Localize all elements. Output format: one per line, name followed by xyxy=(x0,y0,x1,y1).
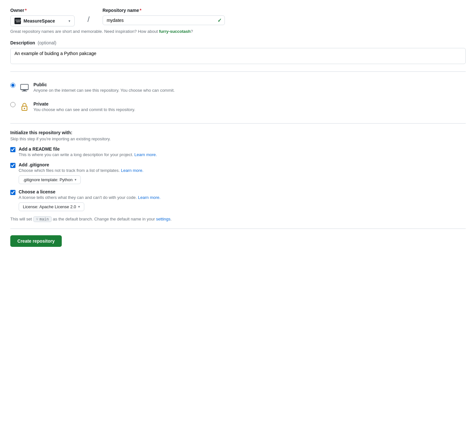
public-title: Public xyxy=(33,82,466,87)
private-icon xyxy=(19,102,30,113)
description-section: Description (optional) An example of bui… xyxy=(10,40,466,65)
gitignore-dropdown-arrow: ▾ xyxy=(75,178,77,182)
repo-label: Repository name* xyxy=(103,8,225,13)
readme-description: This is where you can write a long descr… xyxy=(19,152,466,157)
branch-note: This will set ⑂ main as the default bran… xyxy=(10,216,466,222)
svg-rect-3 xyxy=(21,84,28,90)
private-radio[interactable] xyxy=(10,102,15,107)
description-label: Description (optional) xyxy=(10,40,466,45)
init-subtitle: Skip this step if you're importing an ex… xyxy=(10,136,466,141)
svg-point-8 xyxy=(24,108,25,109)
visibility-section: Public Anyone on the internet can see th… xyxy=(10,78,466,117)
repo-section: Repository name* ✓ xyxy=(103,8,225,25)
gitignore-content: Add .gitignore Choose which files not to… xyxy=(19,162,466,184)
readme-content: Add a README file This is where you can … xyxy=(19,146,466,157)
owner-label: Owner* xyxy=(10,8,75,13)
license-title: Choose a license xyxy=(19,189,466,194)
owner-required: * xyxy=(25,8,27,13)
divider-2 xyxy=(10,123,466,124)
license-checkbox[interactable] xyxy=(10,190,15,195)
gitignore-template-label: .gitignore template: Python xyxy=(23,177,73,182)
owner-dropdown[interactable]: measure space MeasureSpace ▾ xyxy=(10,15,75,26)
public-radio[interactable] xyxy=(10,83,15,88)
suggestion-link[interactable]: furry-succotash xyxy=(159,29,190,34)
gitignore-description: Choose which files not to track from a l… xyxy=(19,168,466,173)
gitignore-learn-more[interactable]: Learn more. xyxy=(121,168,143,173)
branch-badge: ⑂ main xyxy=(33,216,52,222)
gitignore-title: Add .gitignore xyxy=(19,162,466,167)
init-title: Initialize this repository with: xyxy=(10,130,466,135)
owner-section: Owner* measure space MeasureSpace ▾ xyxy=(10,8,75,26)
divider-1 xyxy=(10,71,466,72)
branch-name: main xyxy=(40,217,49,221)
create-repository-button[interactable]: Create repository xyxy=(10,235,62,247)
readme-checkbox[interactable] xyxy=(10,147,15,152)
private-option[interactable]: Private You choose who can see and commi… xyxy=(10,98,466,117)
gitignore-option[interactable]: Add .gitignore Choose which files not to… xyxy=(10,162,466,184)
private-content: Private You choose who can see and commi… xyxy=(33,101,466,112)
license-learn-more[interactable]: Learn more. xyxy=(138,195,160,200)
initialize-section: Initialize this repository with: Skip th… xyxy=(10,130,466,211)
private-description: You choose who can see and commit to thi… xyxy=(33,107,466,112)
repo-hint-text: Great repository names are short and mem… xyxy=(10,29,466,34)
repo-valid-check-icon: ✓ xyxy=(217,17,222,23)
license-option[interactable]: Choose a license A license tells others … xyxy=(10,189,466,211)
gitignore-checkbox[interactable] xyxy=(10,163,15,168)
owner-logo: measure space xyxy=(14,18,21,24)
license-dropdown-arrow: ▾ xyxy=(78,205,80,209)
public-description: Anyone on the internet can see this repo… xyxy=(33,88,466,93)
license-label: License: Apache License 2.0 xyxy=(23,204,76,209)
license-content: Choose a license A license tells others … xyxy=(19,189,466,211)
svg-rect-5 xyxy=(23,90,26,91)
description-optional: (optional) xyxy=(38,40,56,45)
license-description: A license tells others what they can and… xyxy=(19,195,466,200)
readme-learn-more[interactable]: Learn more. xyxy=(134,152,157,157)
repo-name-input[interactable] xyxy=(103,15,225,25)
private-title: Private xyxy=(33,101,466,107)
public-option[interactable]: Public Anyone on the internet can see th… xyxy=(10,78,466,98)
owner-dropdown-arrow: ▾ xyxy=(69,19,70,23)
owner-name: MeasureSpace xyxy=(23,18,66,23)
svg-text:space: space xyxy=(16,21,20,23)
public-icon xyxy=(19,82,30,94)
readme-option[interactable]: Add a README file This is where you can … xyxy=(10,146,466,157)
branch-git-icon: ⑂ xyxy=(36,217,38,221)
public-content: Public Anyone on the internet can see th… xyxy=(33,82,466,93)
license-dropdown[interactable]: License: Apache License 2.0 ▾ xyxy=(19,202,84,211)
description-input[interactable]: An example of buiding a Python pakcage xyxy=(10,48,466,64)
settings-link[interactable]: settings xyxy=(156,217,170,221)
bottom-divider xyxy=(10,229,466,229)
gitignore-template-dropdown[interactable]: .gitignore template: Python ▾ xyxy=(19,175,81,184)
repo-required: * xyxy=(140,8,141,13)
repo-input-wrapper: ✓ xyxy=(103,15,225,25)
slash-separator: / xyxy=(85,15,92,26)
readme-title: Add a README file xyxy=(19,146,466,152)
